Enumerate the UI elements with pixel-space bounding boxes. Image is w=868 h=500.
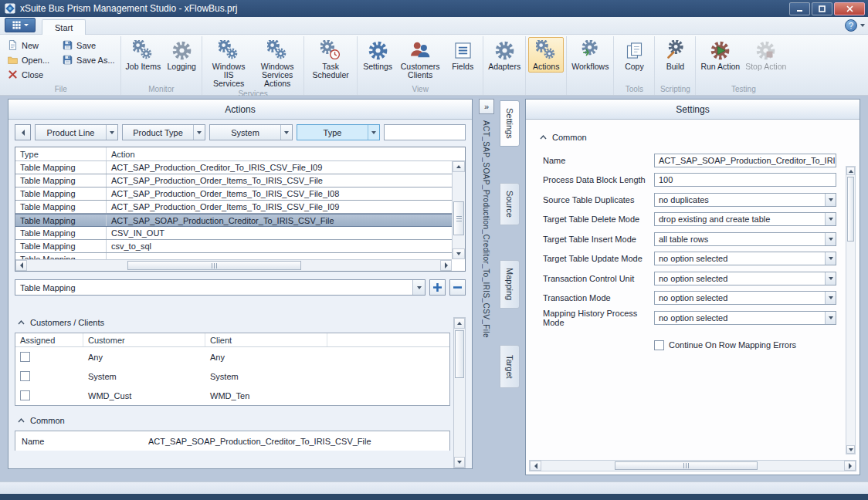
chevron-down-icon[interactable] [280, 125, 292, 140]
source-table-duplicates-select[interactable]: no duplicates [654, 193, 836, 207]
tab-source[interactable]: Source [500, 183, 520, 225]
actions-table-horizontal-scrollbar[interactable] [15, 259, 452, 271]
scroll-down-icon[interactable] [454, 457, 465, 468]
task-scheduler-button[interactable]: Task Scheduler [307, 37, 354, 81]
scroll-up-icon[interactable] [846, 167, 855, 175]
back-button[interactable] [15, 124, 31, 140]
filter-system-button[interactable]: System [209, 124, 293, 140]
table-row[interactable]: Table Mapping ACT_SAP_Production_Order_I… [15, 201, 452, 214]
open-button[interactable]: Open... [4, 53, 53, 66]
add-action-button[interactable] [429, 279, 446, 296]
job-items-button[interactable]: Job Items [124, 37, 164, 73]
scroll-left-icon[interactable] [15, 260, 27, 271]
scroll-up-icon[interactable] [454, 318, 465, 329]
scroll-down-icon[interactable] [453, 248, 465, 259]
type-combo[interactable]: Table Mapping [15, 279, 426, 296]
tab-settings[interactable]: Settings [500, 100, 520, 147]
name-input[interactable]: ACT_SAP_SOAP_Production_Creditor_To_IRIS… [654, 154, 836, 167]
chevron-down-icon[interactable] [825, 312, 836, 324]
process-data-block-length-input[interactable]: 100 [654, 173, 836, 187]
settings-horizontal-scrollbar[interactable] [529, 460, 856, 471]
chevron-down-icon[interactable] [825, 272, 836, 285]
transaction-control-unit-select[interactable]: no option selected [654, 272, 836, 285]
assigned-checkbox[interactable] [20, 352, 30, 362]
chevron-down-icon[interactable] [825, 292, 836, 304]
scrollbar-thumb[interactable] [615, 461, 758, 470]
chevron-down-icon[interactable] [825, 233, 836, 245]
continue-on-row-mapping-errors-checkbox[interactable] [654, 340, 664, 350]
minimize-button[interactable] [789, 2, 810, 15]
actions-search-input[interactable] [384, 124, 466, 140]
column-header-type[interactable]: Type [15, 147, 107, 160]
close-project-button[interactable]: Close [4, 68, 53, 81]
target-table-insert-mode-select[interactable]: all table rows [654, 232, 836, 246]
scroll-right-icon[interactable] [844, 461, 856, 471]
assigned-checkbox[interactable] [20, 371, 30, 381]
table-row[interactable]: Table Mapping ACT_SAP_Production_Credito… [15, 161, 452, 174]
chevron-down-icon[interactable] [860, 24, 865, 27]
tab-mapping[interactable]: Mapping [500, 260, 520, 309]
table-row[interactable]: Table Mapping CSV_IN_OUT [15, 227, 452, 240]
maximize-button[interactable] [812, 2, 832, 15]
tab-target[interactable]: Target [500, 345, 520, 388]
new-button[interactable]: New [4, 39, 53, 52]
logging-button[interactable]: Logging [164, 37, 199, 73]
chevron-down-icon[interactable] [825, 194, 836, 206]
scroll-down-icon[interactable] [846, 445, 855, 454]
scrollbar-thumb[interactable] [847, 177, 854, 242]
chevron-down-icon[interactable] [106, 125, 117, 140]
assigned-checkbox[interactable] [20, 390, 30, 400]
chevron-down-icon[interactable] [412, 280, 425, 295]
target-table-update-mode-select[interactable]: no option selected [654, 252, 836, 265]
scrollbar-thumb[interactable] [455, 330, 464, 378]
scrollbar-thumb[interactable] [127, 261, 301, 270]
scroll-left-icon[interactable] [530, 461, 541, 471]
table-row[interactable]: Table Mapping csv_to_sql [15, 240, 452, 253]
chevron-down-icon[interactable] [825, 213, 836, 225]
table-row[interactable]: Table Mapping [15, 253, 452, 259]
customer-row[interactable]: Any Any [15, 347, 449, 367]
customers-clients-section-header[interactable]: Customers / Clients [15, 316, 450, 329]
scrollbar-thumb[interactable] [453, 201, 464, 235]
save-as-button[interactable]: Save As... [59, 53, 118, 66]
mapping-history-process-mode-select[interactable]: no option selected [654, 311, 836, 325]
actions-button[interactable]: Actions [528, 37, 564, 73]
table-row[interactable]: Table Mapping ACT_SAP_Production_Order_I… [15, 188, 452, 201]
run-action-button[interactable]: Run Action [698, 37, 742, 73]
windows-iis-services-button[interactable]: Windows IIS Services [205, 37, 253, 90]
fields-button[interactable]: Fields [445, 37, 480, 73]
customers-clients-button[interactable]: Customers Clients [396, 37, 444, 81]
common-section-header[interactable]: Common [15, 414, 450, 427]
detail-vertical-scrollbar[interactable] [453, 317, 466, 468]
app-menu-button[interactable] [5, 18, 36, 32]
save-button[interactable]: Save [59, 39, 118, 52]
close-button[interactable] [834, 2, 865, 15]
scroll-up-icon[interactable] [453, 161, 465, 172]
tab-start[interactable]: Start [42, 19, 86, 35]
settings-button[interactable]: Settings [360, 37, 395, 73]
adapters-button[interactable]: Adapters [486, 37, 523, 73]
expander-button[interactable]: » [479, 99, 494, 114]
workflows-button[interactable]: Workflows [569, 37, 611, 73]
column-header-action[interactable]: Action [107, 150, 465, 159]
remove-action-button[interactable] [449, 279, 466, 296]
copy-button[interactable]: Copy [616, 37, 652, 73]
scroll-right-icon[interactable] [440, 260, 452, 271]
customer-row[interactable]: System System [15, 367, 449, 386]
filter-product-type-button[interactable]: Product Type [122, 124, 205, 140]
table-row[interactable]: Table Mapping ACT_SAP_Production_Order_I… [15, 174, 452, 188]
build-button[interactable]: Build [657, 37, 693, 73]
settings-common-section-header[interactable]: Common [537, 130, 860, 144]
transaction-mode-select[interactable]: no option selected [654, 291, 836, 305]
name-value[interactable]: ACT_SAP_SOAP_Production_Creditor_To_IRIS… [148, 437, 371, 446]
help-icon[interactable]: ? [845, 19, 857, 32]
target-table-delete-mode-select[interactable]: drop existing and create table [654, 212, 836, 226]
chevron-down-icon[interactable] [193, 125, 205, 140]
customer-row[interactable]: WMD_Cust WMD_Ten [15, 386, 449, 405]
chevron-down-icon[interactable] [368, 125, 379, 140]
settings-vertical-scrollbar[interactable] [846, 166, 856, 454]
windows-services-actions-button[interactable]: Windows Services Actions [253, 37, 301, 90]
actions-table-vertical-scrollbar[interactable] [452, 161, 465, 259]
filter-product-line-button[interactable]: Product Line [35, 124, 118, 140]
filter-type-button[interactable]: Type [297, 124, 380, 140]
